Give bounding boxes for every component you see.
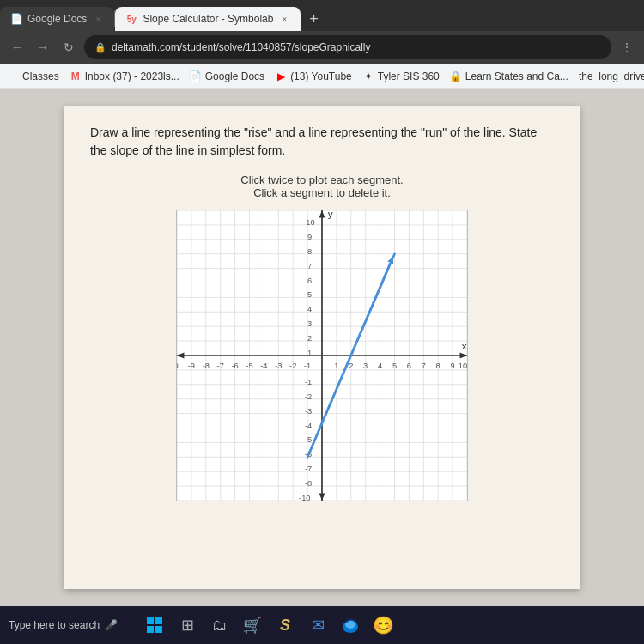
svg-text:9: 9 bbox=[307, 233, 312, 241]
taskbar-edge-icon[interactable] bbox=[337, 612, 363, 638]
taskbar-file-icon[interactable]: 🗂 bbox=[207, 612, 233, 638]
instruction2: Click a segment to delete it. bbox=[90, 186, 554, 199]
bookmark-google-docs[interactable]: 📄 Google Docs bbox=[190, 70, 264, 82]
svg-text:-5: -5 bbox=[246, 361, 252, 370]
bookmark-youtube[interactable]: ▶ (13) YouTube bbox=[275, 70, 352, 82]
svg-text:-10: -10 bbox=[299, 494, 310, 501]
svg-text:y: y bbox=[328, 210, 333, 220]
svg-text:-2: -2 bbox=[289, 361, 296, 370]
document-area: Draw a line representing the "rise" and … bbox=[64, 106, 580, 589]
svg-text:-1: -1 bbox=[304, 361, 311, 370]
bookmark-yt-icon: ▶ bbox=[275, 70, 287, 82]
svg-text:x: x bbox=[462, 340, 467, 352]
bookmark-classes-icon bbox=[7, 70, 19, 82]
svg-text:-9: -9 bbox=[188, 361, 195, 370]
slope-line-arrow bbox=[307, 259, 392, 457]
taskbar-icons: ⊞ 🗂 🛒 S ✉ 😊 bbox=[142, 612, 396, 638]
svg-text:-10: -10 bbox=[176, 361, 179, 370]
browser-chrome: 📄 Google Docs × 5y Slope Calculator - Sy… bbox=[0, 0, 644, 89]
bookmark-drive[interactable]: the_long_drive_will_... bbox=[579, 70, 644, 82]
taskbar-mail-icon[interactable]: ✉ bbox=[305, 612, 331, 638]
svg-rect-91 bbox=[155, 626, 162, 633]
taskbar-store-icon[interactable]: 🛒 bbox=[240, 612, 265, 638]
bookmark-learn-label: Learn States and Ca... bbox=[465, 70, 568, 82]
graph-container[interactable]: x y -9 -8 -7 -6 -5 -4 -3 -2 -1 1 2 3 4 bbox=[90, 210, 554, 501]
svg-marker-44 bbox=[319, 210, 325, 217]
svg-marker-45 bbox=[319, 494, 325, 501]
taskbar-search-text: Type here to search bbox=[9, 619, 100, 631]
taskbar-s-icon[interactable]: S bbox=[272, 612, 298, 638]
tab-google-docs-close[interactable]: × bbox=[92, 13, 104, 25]
forward-button[interactable]: → bbox=[33, 37, 53, 58]
problem-line2: the slope of the line in simplest form. bbox=[90, 143, 285, 157]
taskbar-task-view-icon[interactable]: ⊞ bbox=[174, 612, 200, 638]
svg-text:-8: -8 bbox=[305, 479, 312, 488]
svg-text:7: 7 bbox=[307, 262, 312, 270]
bookmark-tyler-label: Tyler SIS 360 bbox=[378, 70, 440, 82]
svg-text:3: 3 bbox=[363, 361, 368, 370]
address-bar[interactable]: 🔒 deltamath.com/student/solve/11040857/s… bbox=[84, 35, 611, 59]
svg-text:-7: -7 bbox=[217, 361, 224, 370]
svg-marker-42 bbox=[460, 353, 467, 359]
svg-text:-3: -3 bbox=[305, 407, 312, 416]
svg-text:9: 9 bbox=[451, 361, 455, 370]
bookmark-classes[interactable]: Classes bbox=[7, 70, 59, 82]
svg-text:-8: -8 bbox=[203, 361, 210, 370]
bookmark-gdocs-icon: 📄 bbox=[190, 70, 202, 82]
svg-text:3: 3 bbox=[307, 319, 312, 328]
svg-text:6: 6 bbox=[407, 361, 411, 370]
svg-text:4: 4 bbox=[378, 361, 382, 370]
tab-google-docs-icon: 📄 bbox=[10, 13, 22, 25]
svg-text:5: 5 bbox=[392, 361, 397, 370]
svg-text:7: 7 bbox=[422, 361, 426, 370]
taskbar-smiley-icon[interactable]: 😊 bbox=[370, 612, 396, 638]
coordinate-graph[interactable]: x y -9 -8 -7 -6 -5 -4 -3 -2 -1 1 2 3 4 bbox=[176, 210, 468, 501]
back-button[interactable]: ← bbox=[7, 37, 27, 58]
reload-button[interactable]: ↻ bbox=[58, 37, 79, 58]
extensions-button[interactable]: ⋮ bbox=[617, 37, 637, 58]
problem-text: Draw a line representing the "rise" and … bbox=[90, 124, 554, 160]
taskbar: Type here to search 🎤 ⊞ 🗂 🛒 S ✉ 😊 bbox=[0, 606, 644, 644]
svg-text:2: 2 bbox=[349, 361, 353, 370]
bookmark-learn-icon: 🔒 bbox=[450, 70, 462, 82]
address-bar-row: ← → ↻ 🔒 deltamath.com/student/solve/1104… bbox=[0, 31, 644, 64]
lock-icon: 🔒 bbox=[94, 42, 106, 53]
svg-text:8: 8 bbox=[307, 247, 312, 256]
page-content: Draw a line representing the "rise" and … bbox=[0, 89, 644, 606]
tab-slope-close[interactable]: × bbox=[278, 13, 290, 25]
svg-rect-90 bbox=[147, 626, 154, 633]
taskbar-mic-icon[interactable]: 🎤 bbox=[105, 619, 118, 631]
bookmark-tyler[interactable]: ✦ Tyler SIS 360 bbox=[362, 70, 440, 82]
tab-slope-label: Slope Calculator - Symbolab bbox=[143, 13, 273, 25]
address-text: deltamath.com/student/solve/11040857/slo… bbox=[112, 41, 371, 53]
tab-bar: 📄 Google Docs × 5y Slope Calculator - Sy… bbox=[0, 0, 644, 31]
svg-rect-89 bbox=[155, 617, 162, 624]
taskbar-search[interactable]: Type here to search 🎤 bbox=[9, 619, 118, 631]
tab-slope-calc[interactable]: 5y Slope Calculator - Symbolab × bbox=[115, 7, 301, 31]
new-tab-button[interactable]: + bbox=[301, 7, 325, 31]
svg-text:8: 8 bbox=[436, 361, 440, 370]
bookmark-yt-label: (13) YouTube bbox=[290, 70, 352, 82]
bookmark-learn[interactable]: 🔒 Learn States and Ca... bbox=[450, 70, 568, 82]
bookmark-inbox[interactable]: M Inbox (37) - 2023ls... bbox=[70, 70, 179, 82]
svg-text:-5: -5 bbox=[305, 435, 312, 444]
svg-rect-88 bbox=[147, 617, 154, 624]
graph-wrapper: x y -9 -8 -7 -6 -5 -4 -3 -2 -1 1 2 3 4 bbox=[176, 210, 468, 501]
svg-text:-7: -7 bbox=[305, 465, 312, 473]
svg-text:2: 2 bbox=[307, 334, 312, 343]
instruction1: Click twice to plot each segment. bbox=[90, 173, 554, 186]
svg-marker-43 bbox=[177, 353, 184, 359]
problem-line1: Draw a line representing the "rise" and … bbox=[90, 125, 537, 139]
svg-text:4: 4 bbox=[307, 305, 312, 313]
bookmarks-bar: Classes M Inbox (37) - 2023ls... 📄 Googl… bbox=[0, 64, 644, 89]
svg-text:10: 10 bbox=[306, 218, 314, 227]
tab-google-docs[interactable]: 📄 Google Docs × bbox=[0, 7, 114, 31]
bookmark-inbox-icon: M bbox=[70, 70, 82, 82]
taskbar-start-icon[interactable] bbox=[142, 612, 167, 638]
tab-slope-icon: 5y bbox=[125, 13, 137, 25]
bookmark-tyler-icon: ✦ bbox=[362, 70, 374, 82]
instructions: Click twice to plot each segment. Click … bbox=[90, 173, 554, 199]
bookmark-classes-label: Classes bbox=[22, 70, 59, 82]
svg-text:1: 1 bbox=[307, 349, 312, 357]
svg-text:-1: -1 bbox=[305, 378, 312, 386]
